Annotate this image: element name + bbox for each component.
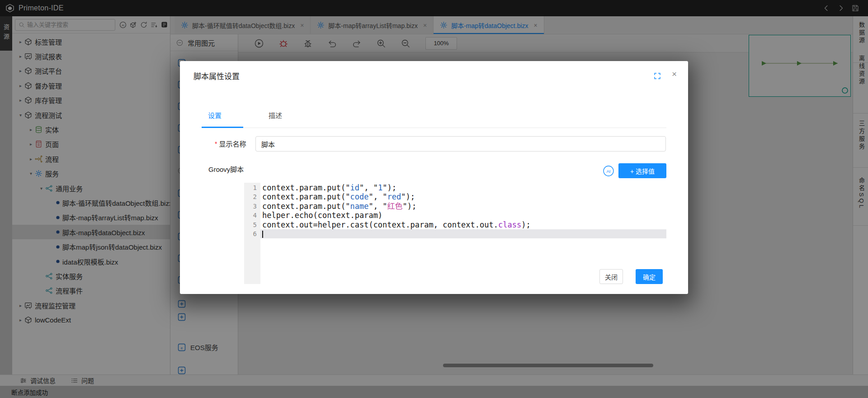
line-number: 3 [244, 202, 260, 211]
required-asterisk: * [215, 140, 217, 147]
code-token: name [350, 202, 368, 211]
code-token: context.param.put( [262, 202, 345, 211]
code-token: 1 [378, 183, 382, 192]
code-token: , [373, 202, 382, 211]
dialog-title: 脚本属性设置 [193, 70, 240, 81]
code-line-3[interactable]: context.param.put("name", "红色"); [260, 202, 666, 211]
code-token: " [359, 183, 364, 192]
code-token: 红色 [387, 202, 402, 211]
select-value-button[interactable]: + 选择值 [618, 163, 666, 178]
svg-text:AI: AI [606, 169, 610, 174]
script-properties-dialog: 脚本属性设置 × 设置描述 * 显示名称 Groovy脚本 AI + 选择值 1… [180, 61, 688, 294]
code-token: ); [521, 220, 530, 229]
tabs-divider [202, 128, 666, 128]
code-line-4[interactable]: helper.echo(context.param) [260, 211, 666, 220]
code-token: context.param.put( [262, 192, 345, 201]
code-token: " [368, 192, 373, 201]
ai-assist-button[interactable]: AI [602, 165, 614, 177]
maximize-icon[interactable] [654, 72, 661, 80]
code-token: ); [387, 183, 396, 192]
line-number: 2 [244, 192, 260, 201]
ok-button[interactable]: 确定 [636, 269, 663, 284]
code-token: code [350, 192, 368, 201]
code-line-5[interactable]: context.out=helper.cast(context.param, c… [260, 220, 666, 229]
field-label: 显示名称 [219, 139, 246, 148]
code-line-2[interactable]: context.param.put("code", "red"); [260, 192, 666, 201]
code-token: " [402, 202, 407, 211]
code-token: " [382, 192, 387, 201]
line-number: 6 [244, 229, 260, 238]
active-tab-indicator [202, 127, 243, 128]
line-number: 4 [244, 211, 260, 220]
display-name-field-label: * 显示名称 [215, 139, 246, 148]
display-name-input[interactable] [255, 136, 666, 152]
code-token: class [498, 220, 521, 229]
code-token: " [373, 183, 378, 192]
groovy-script-label: Groovy脚本 [208, 164, 244, 174]
code-token: " [382, 183, 387, 192]
close-icon[interactable]: × [672, 69, 677, 79]
code-token: " [345, 202, 350, 211]
line-number: 1 [244, 183, 260, 192]
code-token: " [345, 192, 350, 201]
dialog-tab-2[interactable]: 描述 [262, 108, 288, 123]
dialog-tab-1[interactable]: 设置 [202, 108, 228, 123]
code-token: helper.echo(context.param) [262, 211, 382, 220]
code-line-6[interactable] [260, 229, 666, 238]
code-token: " [382, 202, 387, 211]
line-number: 5 [244, 220, 260, 229]
code-token: , [364, 183, 373, 192]
code-token: ); [406, 192, 415, 201]
dialog-footer: 关闭 确定 [180, 269, 688, 284]
code-token: ); [407, 202, 416, 211]
code-token: , [373, 192, 382, 201]
code-token: " [368, 202, 373, 211]
code-line-1[interactable]: context.param.put("id", "1"); [260, 183, 666, 192]
code-token: " [401, 192, 406, 201]
code-token: " [345, 183, 350, 192]
text-cursor [262, 231, 263, 238]
code-token: red [387, 192, 401, 201]
code-token: context.param.put( [262, 183, 345, 192]
code-token: id [350, 183, 359, 192]
code-token: context.out=helper.cast(context.param, c… [262, 220, 498, 229]
dialog-tabs: 设置描述 [202, 108, 288, 123]
close-button[interactable]: 关闭 [599, 269, 623, 284]
